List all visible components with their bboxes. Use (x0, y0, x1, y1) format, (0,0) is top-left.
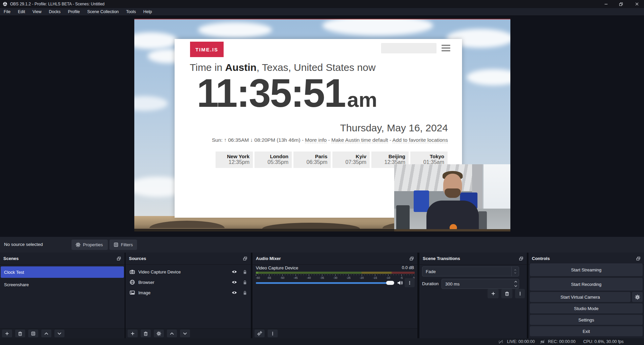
source-properties-button[interactable] (154, 330, 164, 337)
cloud-shape (322, 19, 433, 36)
source-item-browser[interactable]: Browser (126, 277, 251, 287)
mixer-menu-button[interactable] (268, 330, 278, 337)
image-icon (130, 290, 135, 295)
popout-icon[interactable] (243, 256, 247, 261)
volume-slider[interactable] (256, 282, 388, 284)
start-streaming-button[interactable]: Start Streaming (530, 263, 643, 276)
eye-icon[interactable] (232, 269, 237, 274)
preview-canvas[interactable]: TIME.IS Time in Austin, Texas, United St… (134, 19, 510, 231)
menu-profile[interactable]: Profile (64, 8, 83, 15)
webcam-source[interactable] (394, 164, 510, 231)
transition-selected-value: Fade (426, 269, 436, 274)
audio-mixer-panel: Audio Mixer Video Capture Device 0.0 dB … (252, 253, 417, 338)
transition-select[interactable]: Fade (422, 266, 519, 276)
city-box-kyiv: Kyiv07:35pm (332, 152, 370, 168)
add-transition-button[interactable] (488, 289, 499, 298)
filter-icon (113, 242, 119, 247)
volume-meter (256, 272, 415, 274)
source-item-image[interactable]: Image (126, 288, 251, 298)
chevron-up-icon (514, 269, 517, 271)
menu-file[interactable]: File (0, 8, 14, 15)
cloud-shape (134, 96, 168, 111)
lock-icon[interactable] (242, 290, 247, 295)
menu-bar: File Edit View Docks Profile Scene Colle… (0, 8, 644, 16)
lock-icon[interactable] (242, 269, 247, 274)
more-info-link: More info (305, 137, 327, 143)
source-label: Image (138, 290, 150, 295)
settings-button[interactable]: Settings (530, 315, 643, 325)
scene-filters-button[interactable] (28, 330, 38, 337)
chevron-down-icon (514, 284, 517, 288)
webcam-desk-edge (394, 229, 510, 231)
live-timer: LIVE: 00:00:00 (507, 339, 535, 344)
close-button[interactable] (631, 0, 643, 8)
filters-button[interactable]: Filters (109, 240, 137, 250)
gear-icon (156, 331, 161, 336)
transitions-title: Scene Transitions (423, 256, 460, 261)
canvas-active-border (134, 19, 510, 19)
exit-button[interactable]: Exit (530, 326, 643, 336)
source-item-video-capture[interactable]: Video Capture Device (126, 267, 251, 277)
chevron-up-icon (170, 331, 174, 336)
remove-transition-button[interactable] (501, 289, 512, 298)
menu-docks[interactable]: Docks (45, 8, 64, 15)
advanced-audio-button[interactable] (255, 330, 265, 337)
controls-panel: Controls Start Streaming Start Recording… (528, 253, 644, 338)
scenes-toolbar (0, 328, 125, 338)
scene-item-screenshare[interactable]: Screenshare (1, 279, 124, 290)
popout-icon[interactable] (409, 256, 414, 261)
transition-select-arrows[interactable] (511, 267, 519, 276)
scene-item-clock-test[interactable]: Clock Test (1, 266, 124, 278)
selected-source-status: No source selected (4, 242, 43, 247)
scene-transitions-panel: Scene Transitions Fade Duration 300 ms (419, 253, 527, 338)
move-scene-up-button[interactable] (41, 330, 51, 337)
minimize-button[interactable] (600, 0, 612, 8)
transition-options-button[interactable] (515, 289, 525, 298)
eye-icon[interactable] (232, 290, 237, 295)
add-scene-button[interactable] (2, 330, 12, 337)
start-recording-button[interactable]: Start Recording (530, 278, 643, 291)
meter-tick-labels: -60 -55 -50 -45 -40 -35 -30 -25 -20 -15 … (256, 276, 415, 279)
duration-spin-arrows[interactable] (514, 280, 517, 288)
duration-spinbox[interactable]: 300 ms (442, 279, 519, 289)
restore-button[interactable] (615, 0, 627, 8)
menu-help[interactable]: Help (140, 8, 156, 15)
kebab-menu-icon (407, 281, 412, 285)
menu-scene-collection[interactable]: Scene Collection (84, 8, 123, 15)
mixer-level-db: 0.0 dB (402, 265, 414, 270)
remove-source-button[interactable] (141, 330, 151, 337)
eye-icon[interactable] (232, 279, 237, 285)
tick-label: -20 (360, 276, 364, 279)
menu-tools[interactable]: Tools (123, 8, 140, 15)
kebab-menu-icon (518, 291, 522, 296)
lock-icon[interactable] (242, 280, 247, 285)
desert-mound (262, 223, 360, 229)
move-scene-down-button[interactable] (54, 330, 64, 337)
popout-icon[interactable] (519, 256, 523, 261)
remove-scene-button[interactable] (15, 330, 25, 337)
menu-view[interactable]: View (29, 8, 45, 15)
tick-label: -10 (386, 276, 390, 279)
popout-icon[interactable] (117, 256, 121, 261)
move-source-down-button[interactable] (180, 330, 190, 337)
cloud-shape (467, 69, 510, 85)
start-virtual-camera-button[interactable]: Start Virtual Camera (530, 292, 631, 302)
studio-mode-button[interactable]: Studio Mode (530, 303, 643, 313)
scenes-panel: Scenes Clock Test Screenshare (0, 253, 125, 338)
make-default-link: Make Austin time default (331, 137, 388, 143)
mixer-options-button[interactable] (405, 278, 415, 287)
volume-slider-handle[interactable] (386, 281, 394, 285)
properties-button[interactable]: Properties (72, 240, 108, 250)
duration-label: Duration (422, 281, 439, 286)
add-source-button[interactable] (128, 330, 138, 337)
popout-icon[interactable] (636, 256, 641, 261)
trash-icon (18, 331, 22, 336)
virtual-camera-config-button[interactable] (632, 292, 643, 302)
filters-label: Filters (121, 242, 133, 247)
move-source-up-button[interactable] (167, 330, 177, 337)
menu-edit[interactable]: Edit (14, 8, 29, 15)
window-title: OBS 29.1.2 - Profile: LLHLS BETA - Scene… (10, 2, 104, 6)
source-label: Video Capture Device (138, 269, 181, 274)
speaker-icon[interactable] (397, 280, 403, 286)
meter-channel-left (256, 272, 415, 273)
